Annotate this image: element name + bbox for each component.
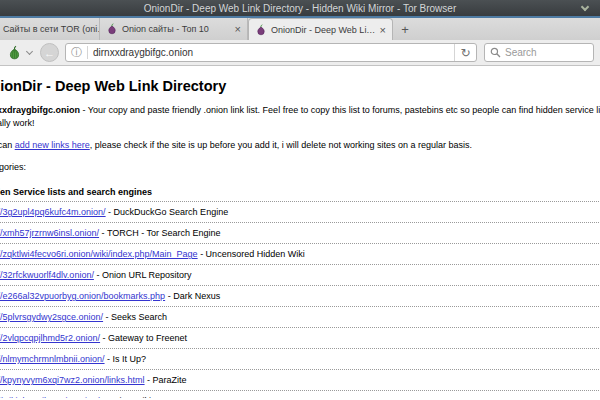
back-button[interactable]: ← [40, 43, 59, 62]
titlebar-chevron-down-icon[interactable] [581, 3, 589, 11]
onion-link[interactable]: http://e266al32vpuorbyg.onion/bookmarks.… [0, 291, 165, 301]
onion-link[interactable]: http://nlmymchrmnlmbnii.onion/ [0, 354, 105, 364]
page-title: OnionDir - Deep Web Link Directory [0, 78, 600, 95]
url-input[interactable] [93, 47, 454, 58]
browser-viewport: OnionDir - Deep Web Link Directory dirnx… [0, 66, 600, 398]
add-new-links-link[interactable]: add new links here [15, 140, 90, 150]
tab-close-icon[interactable]: × [380, 25, 386, 35]
list-item: http://nlmymchrmnlmbnii.onion/ - Is It U… [0, 348, 600, 369]
list-item: http://kpynyvym6xqi7wz2.onion/links.html… [0, 369, 600, 390]
links-list: http://3g2upl4pq6kufc4m.onion/ - DuckDuc… [0, 201, 600, 398]
list-item: http://xmh57jrzrnw6insl.onion/ - TORCH -… [0, 222, 600, 243]
list-item: http://5plvrsgydwy2sgce.onion/ - Seeks S… [0, 306, 600, 327]
window-title: OnionDir - Deep Web Link Directory - Hid… [144, 3, 457, 14]
torbutton-chevron-down-icon[interactable] [26, 48, 33, 55]
list-item: http://zqktlwi4fecvo6ri.onion/wiki/index… [0, 243, 600, 264]
onion-link[interactable]: http://xmh57jrzrnw6insl.onion/ [0, 228, 99, 238]
onion-link[interactable]: http://3g2upl4pq6kufc4m.onion/ [0, 207, 106, 217]
torbutton-onion-icon[interactable] [6, 43, 23, 62]
tab-close-icon[interactable]: × [235, 24, 241, 34]
add-links-paragraph: You can add new links here, please check… [0, 139, 600, 152]
list-item: http://e266al32vpuorbyg.onion/bookmarks.… [0, 285, 600, 306]
window-titlebar: OnionDir - Deep Web Link Directory - Hid… [0, 0, 600, 18]
reload-icon[interactable]: ↻ [454, 44, 476, 61]
back-arrow-icon: ← [44, 47, 55, 59]
search-input[interactable] [505, 47, 588, 58]
tab-oniondir-active[interactable]: OnionDir - Deep Web Li… × [248, 18, 393, 40]
intro-paragraph: dirnxxdraygbifgc.onion - Your copy and p… [0, 104, 600, 130]
navigation-toolbar: ← ⓘ ↻ [0, 40, 600, 66]
onion-favicon-icon [106, 23, 118, 35]
onion-link[interactable]: http://kpynyvym6xqi7wz2.onion/links.html [0, 375, 145, 385]
tab-label: Onion сайты - Топ 10 [122, 24, 209, 34]
list-item: http://2vlqpcqpjlhmd5r2.onion/ - Gateway… [0, 327, 600, 348]
onion-link[interactable]: http://wiki5kauuihowqi5.onion/ [0, 396, 100, 398]
tab-label: OnionDir - Deep Web Li… [271, 25, 375, 35]
onion-favicon-icon [255, 24, 267, 36]
onion-link[interactable]: http://5plvrsgydwy2sgce.onion/ [0, 312, 103, 322]
site-info-icon[interactable]: ⓘ [71, 47, 82, 58]
onion-link[interactable]: http://2vlqpcqpjlhmd5r2.onion/ [0, 333, 100, 343]
tab-label: Сайты в сети TOR (oni… [3, 24, 100, 34]
tab-bar: Сайты в сети TOR (oni… × Onion сайты - Т… [0, 18, 600, 40]
onion-link[interactable]: http://zqktlwi4fecvo6ri.onion/wiki/index… [0, 249, 198, 259]
tab-tor-sites[interactable]: Сайты в сети TOR (oni… × [0, 18, 100, 40]
list-item: http://32rfckwuorlf4dlv.onion/ - Onion U… [0, 264, 600, 285]
list-item: http://3g2upl4pq6kufc4m.onion/ - DuckDuc… [0, 201, 600, 222]
url-bar[interactable]: ⓘ ↻ [65, 43, 477, 62]
search-magnifier-icon [490, 44, 501, 62]
list-item: http://wiki5kauuihowqi5.onion/ - Onion W… [0, 390, 600, 398]
site-address-bold: dirnxxdraygbifgc.onion [0, 105, 80, 115]
search-bar[interactable] [484, 43, 594, 62]
categories-label: Categories: [0, 161, 600, 174]
onion-link[interactable]: http://32rfckwuorlf4dlv.onion/ [0, 270, 94, 280]
new-tab-button[interactable]: + [393, 18, 417, 40]
page-content: OnionDir - Deep Web Link Directory dirnx… [0, 78, 600, 398]
url-divider [87, 46, 88, 59]
tab-onion-top10[interactable]: Onion сайты - Топ 10 × [100, 18, 248, 40]
section-heading: Hidden Service lists and search engines [0, 186, 600, 199]
